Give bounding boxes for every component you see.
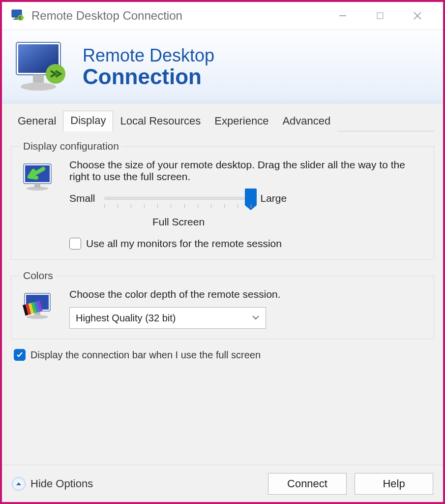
resolution-slider[interactable]: [104, 189, 252, 207]
hide-options-toggle[interactable]: [12, 477, 26, 491]
tab-experience[interactable]: Experience: [208, 112, 275, 131]
tab-display[interactable]: Display: [63, 111, 113, 131]
titlebar: Remote Desktop Connection: [2, 2, 443, 30]
hide-options-label[interactable]: Hide Options: [30, 477, 93, 490]
slider-current-value: Full Screen: [105, 216, 252, 228]
banner-line1: Remote Desktop: [83, 45, 214, 66]
svg-rect-5: [377, 13, 383, 19]
colors-description: Choose the color depth of the remote ses…: [69, 288, 425, 300]
connect-button[interactable]: Connect: [268, 473, 347, 495]
tab-general[interactable]: General: [11, 112, 63, 131]
svg-point-20: [27, 315, 48, 319]
chevron-down-icon: [252, 313, 260, 324]
banner: Remote Desktop Connection: [2, 30, 443, 103]
display-size-icon: [20, 159, 58, 250]
display-config-description: Choose the size of your remote desktop. …: [69, 159, 425, 183]
app-icon: [10, 8, 26, 24]
colors-icon: [20, 288, 58, 329]
close-button[interactable]: [408, 6, 427, 26]
use-all-monitors-checkbox[interactable]: [69, 238, 81, 250]
display-config-group: Display configuration Choose the size of…: [11, 140, 434, 260]
svg-rect-17: [34, 184, 40, 188]
connection-bar-checkbox[interactable]: [14, 349, 26, 361]
tab-local-resources[interactable]: Local Resources: [113, 112, 208, 131]
svg-point-11: [21, 83, 56, 91]
maximize-button[interactable]: [370, 6, 390, 26]
colors-legend: Colors: [20, 270, 56, 282]
display-config-legend: Display configuration: [20, 140, 122, 152]
connection-bar-label: Display the connection bar when I use th…: [30, 349, 261, 361]
minimize-button[interactable]: [333, 6, 353, 26]
color-depth-selected: Highest Quality (32 bit): [76, 313, 176, 324]
slider-large-label: Large: [261, 192, 287, 204]
window-title: Remote Desktop Connection: [26, 9, 333, 23]
footer: Hide Options Connect Help: [2, 465, 443, 502]
banner-line2: Connection: [83, 66, 214, 88]
banner-monitor-icon: [12, 37, 71, 96]
help-button[interactable]: Help: [355, 473, 433, 495]
colors-group: Colors: [11, 270, 434, 339]
svg-point-3: [18, 15, 24, 21]
tab-strip: General Display Local Resources Experien…: [11, 110, 434, 131]
banner-title: Remote Desktop Connection: [83, 45, 214, 88]
svg-rect-12: [33, 75, 44, 83]
slider-thumb[interactable]: [245, 189, 257, 205]
tab-advanced[interactable]: Advanced: [275, 112, 337, 131]
slider-small-label: Small: [69, 192, 95, 204]
dialog-body: General Display Local Resources Experien…: [2, 103, 443, 465]
color-depth-dropdown[interactable]: Highest Quality (32 bit): [69, 307, 266, 329]
use-all-monitors-label: Use all my monitors for the remote sessi…: [86, 238, 282, 250]
